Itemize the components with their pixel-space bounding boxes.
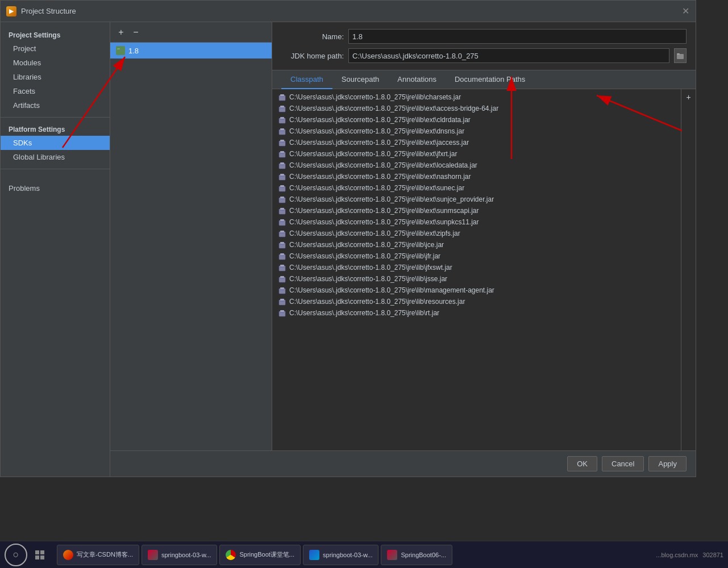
- svg-rect-41: [280, 231, 284, 232]
- intellij2-label: springboot-03-w...: [323, 552, 372, 558]
- taskbar-apps: 写文章-CSDN博客... springboot-03-w... SpringB…: [57, 545, 452, 565]
- taskbar: ○ 写文章-CSDN博客... springboot-03-w... Sprin…: [0, 541, 728, 568]
- svg-rect-13: [279, 130, 285, 135]
- jar-icon: [278, 150, 286, 158]
- sidebar-item-project[interactable]: Project: [1, 41, 110, 56]
- svg-rect-56: [280, 287, 284, 289]
- svg-rect-27: [280, 176, 285, 177]
- svg-rect-28: [279, 186, 285, 191]
- tabs-bar: Classpath Sourcepath Annotations Documen…: [272, 70, 696, 89]
- taskbar-time: ...blog.csdn.mx: [656, 552, 698, 558]
- jar-icon: [278, 93, 286, 101]
- svg-rect-17: [280, 140, 284, 141]
- list-item: C:\Users\asus\.jdks\corretto-1.8.0_275\j…: [272, 160, 681, 171]
- sdk-folder-icon: [116, 46, 125, 55]
- taskbar-right: ...blog.csdn.mx 302871: [656, 552, 723, 558]
- sidebar-item-facets[interactable]: Facets: [1, 84, 110, 98]
- jar-icon: [278, 127, 286, 135]
- svg-rect-31: [279, 198, 285, 203]
- jdk-home-label: JDK home path:: [281, 52, 344, 60]
- taskbar-app-intellij2[interactable]: springboot-03-w...: [303, 545, 378, 565]
- sidebar-item-libraries[interactable]: Libraries: [1, 70, 110, 84]
- svg-rect-61: [279, 311, 285, 316]
- jdk-browse-button[interactable]: [674, 48, 687, 63]
- jar-icon: [278, 218, 286, 226]
- list-item: C:\Users\asus\.jdks\corretto-1.8.0_275\j…: [272, 148, 681, 160]
- svg-rect-51: [280, 267, 285, 268]
- svg-rect-4: [279, 95, 285, 101]
- svg-rect-9: [280, 108, 285, 108]
- svg-rect-26: [280, 174, 284, 176]
- taskbar-grid-button[interactable]: [30, 545, 50, 565]
- taskbar-app-intellij3[interactable]: SpringBoot06-...: [381, 545, 452, 565]
- jdk-home-input[interactable]: [348, 48, 669, 63]
- svg-rect-24: [280, 165, 285, 165]
- close-button[interactable]: ✕: [681, 7, 690, 16]
- taskbar-app-chrome[interactable]: SpringBoot课堂笔...: [219, 545, 301, 565]
- sdk-item[interactable]: 1.8: [110, 43, 272, 59]
- svg-rect-2: [677, 54, 684, 59]
- sidebar-item-global-libraries[interactable]: Global Libraries: [1, 150, 110, 164]
- list-item: C:\Users\asus\.jdks\corretto-1.8.0_275\j…: [272, 137, 681, 148]
- jar-icon: [278, 207, 286, 215]
- svg-rect-29: [280, 185, 284, 187]
- svg-rect-70: [40, 556, 44, 559]
- ok-button[interactable]: OK: [567, 456, 597, 471]
- intellij1-icon: [148, 550, 158, 560]
- list-item: C:\Users\asus\.jdks\corretto-1.8.0_275\j…: [272, 216, 681, 228]
- name-input[interactable]: [348, 29, 687, 44]
- sidebar-item-artifacts[interactable]: Artifacts: [1, 98, 110, 112]
- tab-annotations[interactable]: Annotations: [388, 70, 446, 89]
- intellij3-label: SpringBoot06-...: [401, 552, 446, 558]
- jar-icon: [278, 286, 286, 294]
- cancel-button[interactable]: Cancel: [602, 456, 644, 471]
- svg-rect-34: [279, 209, 285, 214]
- svg-rect-30: [280, 187, 285, 188]
- sidebar-divider: [1, 117, 110, 118]
- classpath-list: C:\Users\asus\.jdks\corretto-1.8.0_275\j…: [272, 89, 681, 450]
- taskbar-app-firefox[interactable]: 写文章-CSDN博客...: [57, 545, 139, 565]
- svg-rect-8: [280, 106, 284, 107]
- jar-icon: [278, 195, 286, 203]
- add-sdk-button[interactable]: +: [115, 26, 127, 39]
- svg-rect-0: [117, 49, 124, 54]
- list-item: C:\Users\asus\.jdks\corretto-1.8.0_275\j…: [272, 194, 681, 205]
- svg-rect-25: [279, 175, 285, 180]
- svg-rect-36: [280, 210, 285, 211]
- svg-rect-20: [280, 151, 284, 153]
- name-field-row: Name:: [281, 29, 687, 44]
- intellij3-icon: [387, 550, 397, 560]
- list-item: C:\Users\asus\.jdks\corretto-1.8.0_275\j…: [272, 250, 681, 262]
- remove-sdk-button[interactable]: −: [130, 26, 142, 39]
- tab-sourcepath[interactable]: Sourcepath: [332, 70, 389, 89]
- svg-rect-49: [279, 266, 285, 271]
- jdk-home-field-row: JDK home path:: [281, 48, 687, 63]
- svg-rect-60: [280, 301, 285, 302]
- list-item: C:\Users\asus\.jdks\corretto-1.8.0_275\j…: [272, 239, 681, 250]
- svg-rect-23: [280, 162, 284, 164]
- dialog-footer: OK Cancel Apply: [110, 450, 696, 477]
- sidebar-item-problems[interactable]: Problems: [1, 179, 110, 197]
- svg-rect-68: [40, 550, 44, 554]
- taskbar-app-intellij1[interactable]: springboot-03-w...: [142, 545, 217, 565]
- svg-rect-12: [280, 119, 285, 120]
- project-structure-dialog: ▶ Project Structure ✕ Project Settings P…: [0, 0, 696, 477]
- sidebar-item-sdks[interactable]: SDKs: [1, 136, 110, 150]
- svg-rect-15: [280, 131, 285, 131]
- apply-button[interactable]: Apply: [648, 456, 687, 471]
- svg-rect-38: [280, 219, 284, 221]
- tab-documentation-paths[interactable]: Documentation Paths: [446, 70, 534, 89]
- sidebar-item-modules[interactable]: Modules: [1, 56, 110, 70]
- classpath-add-button[interactable]: +: [683, 91, 694, 103]
- start-button[interactable]: ○: [5, 544, 27, 566]
- svg-rect-6: [280, 97, 285, 97]
- sdk-list-items: 1.8: [110, 43, 272, 450]
- list-item: C:\Users\asus\.jdks\corretto-1.8.0_275\j…: [272, 91, 681, 103]
- svg-rect-67: [35, 550, 39, 554]
- tab-classpath[interactable]: Classpath: [281, 70, 332, 89]
- list-item: C:\Users\asus\.jdks\corretto-1.8.0_275\j…: [272, 103, 681, 114]
- list-item: C:\Users\asus\.jdks\corretto-1.8.0_275\j…: [272, 182, 681, 194]
- chrome-icon: [226, 550, 236, 560]
- svg-rect-11: [280, 117, 284, 119]
- svg-rect-16: [279, 141, 285, 146]
